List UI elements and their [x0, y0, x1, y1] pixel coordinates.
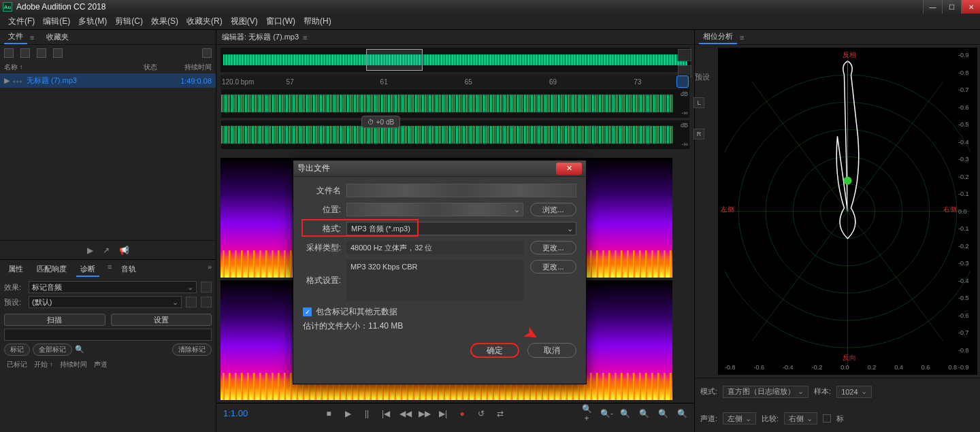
play-icon[interactable]: ▶ — [87, 246, 93, 255]
change-format-button[interactable]: 更改... — [530, 260, 576, 273]
overview-selection[interactable] — [366, 49, 423, 71]
info-icon[interactable] — [201, 282, 212, 293]
filter-icon[interactable] — [202, 48, 212, 58]
send-icon[interactable]: ↗ — [103, 246, 110, 255]
file-row[interactable]: ▶ ₊₊₊ 无标题 (7).mp3 1:49:0.08 — [0, 73, 216, 88]
menu-clip[interactable]: 剪辑(C) — [111, 14, 147, 29]
menu-multitrack[interactable]: 多轨(M) — [74, 14, 111, 29]
menu-edit[interactable]: 编辑(E) — [39, 14, 74, 29]
phase-display[interactable]: 反相 左侧 右侧 反向 -0.9-0.8-0.7-0.6-0.5-0.4-0.3… — [718, 48, 977, 375]
rewind-button[interactable]: ◀◀ — [399, 409, 410, 418]
cancel-button[interactable]: 取消 — [527, 343, 576, 358]
waveform-tracks[interactable]: dB -∞ L ⏱ +0 dB dB -∞ R — [220, 88, 690, 156]
next-button[interactable]: ▶| — [438, 409, 448, 418]
files-tab-menu-icon[interactable]: ≡ — [30, 33, 34, 41]
compare-select[interactable]: 右侧⌄ — [784, 412, 817, 425]
menu-view[interactable]: 视图(V) — [227, 14, 262, 29]
open-file-icon[interactable] — [20, 48, 30, 58]
zoom-in-icon[interactable]: 🔍+ — [581, 404, 592, 423]
mode-select[interactable]: 直方图（日志缩放）⌄ — [723, 386, 808, 398]
effect-select[interactable]: 标记音频⌄ — [29, 281, 197, 293]
stop-button[interactable]: ■ — [323, 409, 334, 418]
play-button[interactable]: ▶ — [342, 409, 353, 418]
mark-button[interactable]: 标记 — [4, 344, 30, 356]
col-duration[interactable]: 持续时间 — [171, 63, 212, 72]
overview-waveform[interactable] — [220, 48, 690, 72]
mark-checkbox[interactable] — [823, 414, 831, 422]
zoom-fit-icon[interactable]: 🔍 — [619, 409, 630, 418]
phase-menu-icon[interactable]: ≡ — [740, 33, 744, 41]
tab-favorites[interactable]: 收藏夹 — [42, 31, 73, 44]
col-status[interactable]: 状态 — [144, 63, 171, 72]
channel-select[interactable]: 左侧⌄ — [723, 412, 756, 425]
tab-files[interactable]: 文件 — [4, 30, 27, 44]
expand-icon[interactable]: ▶ — [4, 76, 10, 85]
menu-window[interactable]: 窗口(W) — [262, 14, 299, 29]
db-label: dB — [681, 90, 688, 97]
menu-file[interactable]: 文件(F) — [4, 14, 39, 29]
new-file-icon[interactable] — [4, 48, 14, 58]
track-left[interactable]: dB -∞ L — [220, 88, 690, 118]
tab-phase[interactable]: 相位分析 — [699, 30, 737, 44]
volume-indicator[interactable]: ⏱ +0 dB — [361, 116, 400, 128]
mcol-dur[interactable]: 持续时间 — [60, 360, 87, 369]
clear-marks-button[interactable]: 清除标记 — [172, 344, 212, 356]
editor-menu-icon[interactable]: ≡ — [303, 33, 307, 41]
zoom-sel-icon[interactable]: 🔍 — [638, 409, 649, 418]
scan-button[interactable]: 扫描 — [4, 314, 105, 326]
save-preset-icon[interactable] — [186, 297, 197, 308]
dialog-titlebar[interactable]: 导出文件 ✕ — [293, 161, 586, 177]
search-icon[interactable]: 🔍 — [75, 345, 84, 354]
zoom-out-v-icon[interactable]: 🔍 — [676, 409, 687, 418]
loop-button[interactable]: ↺ — [476, 409, 487, 418]
maximize-button[interactable]: ☐ — [942, 0, 961, 14]
panel-more-icon[interactable]: » — [208, 263, 212, 277]
multitrack-icon[interactable] — [37, 48, 46, 58]
delete-preset-icon[interactable] — [201, 297, 212, 308]
tab-properties[interactable]: 属性 — [4, 263, 27, 277]
forward-button[interactable]: ▶▶ — [419, 409, 429, 418]
tab-track[interactable]: 音轨 — [117, 263, 140, 277]
tab-diagnostics[interactable]: 诊断 — [76, 263, 99, 277]
settings-button[interactable]: 设置 — [111, 314, 212, 326]
tab-loudness[interactable]: 匹配响度 — [33, 263, 71, 277]
menu-favorites[interactable]: 收藏夹(R) — [182, 14, 227, 29]
dialog-close-button[interactable]: ✕ — [556, 163, 582, 175]
col-name[interactable]: 名称 ↑ — [4, 63, 144, 72]
browse-button[interactable]: 浏览... — [530, 203, 576, 216]
import-icon[interactable] — [53, 48, 63, 58]
change-sample-button[interactable]: 更改... — [530, 241, 576, 254]
format-select[interactable]: MP3 音频 (*.mp3)⌄ — [346, 222, 576, 235]
mark-all-button[interactable]: 全部标记 — [33, 344, 72, 356]
zoom-tool-icon[interactable] — [678, 49, 691, 61]
mcol-marked[interactable]: 已标记 — [7, 360, 27, 369]
diag-scrollbox[interactable] — [4, 329, 212, 341]
metadata-checkbox-row[interactable]: ✓ 包含标记和其他元数据 — [303, 306, 576, 318]
ok-button[interactable]: 确定 — [470, 343, 519, 358]
mcol-start[interactable]: 开始 ↑ — [34, 360, 53, 369]
speaker-icon[interactable]: 📢 — [119, 246, 129, 255]
filename-input[interactable] — [346, 184, 576, 197]
skip-button[interactable]: ⇄ — [495, 409, 506, 418]
timecode[interactable]: 1:1.00 — [223, 408, 248, 418]
diag-menu-icon[interactable]: ≡ — [108, 263, 112, 277]
headphones-icon[interactable] — [676, 76, 689, 88]
zoom-in-v-icon[interactable]: 🔍 — [657, 409, 668, 418]
record-button[interactable]: ● — [457, 409, 468, 418]
preset-select[interactable]: (默认)⌄ — [29, 296, 182, 308]
zoom-out-icon[interactable]: 🔍- — [600, 409, 611, 418]
time-ruler[interactable]: 120.0 bpm 57 61 65 69 73 — [220, 75, 690, 88]
pause-button[interactable]: || — [361, 409, 372, 418]
menu-effects[interactable]: 效果(S) — [147, 14, 182, 29]
menu-help[interactable]: 帮助(H) — [299, 14, 336, 29]
samples-select[interactable]: 1024⌄ — [836, 386, 871, 398]
location-select[interactable]: ⌄ — [346, 203, 523, 216]
checkbox-icon[interactable]: ✓ — [303, 308, 312, 316]
mcol-channel[interactable]: 声道 — [94, 360, 108, 369]
files-transport: ▶ ↗ 📢 — [0, 240, 216, 259]
prev-button[interactable]: |◀ — [380, 409, 391, 418]
track-right[interactable]: dB -∞ R — [220, 120, 690, 150]
minimize-button[interactable]: — — [923, 0, 942, 14]
waveform-r-icon — [221, 126, 673, 144]
close-window-button[interactable]: ✕ — [961, 0, 980, 14]
